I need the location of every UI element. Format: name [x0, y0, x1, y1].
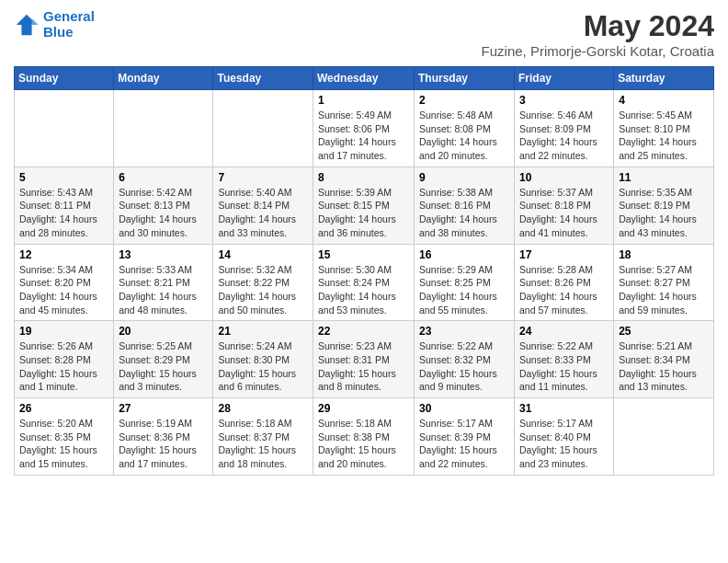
day-number: 11 [619, 171, 709, 184]
day-number: 3 [519, 94, 609, 107]
calendar-cell: 20Sunrise: 5:25 AMSunset: 8:29 PMDayligh… [114, 321, 213, 398]
day-info: Sunrise: 5:42 AMSunset: 8:13 PMDaylight:… [119, 186, 208, 240]
calendar-header-row: SundayMondayTuesdayWednesdayThursdayFrid… [15, 67, 714, 90]
weekday-header-tuesday: Tuesday [213, 67, 313, 90]
day-info: Sunrise: 5:29 AMSunset: 8:25 PMDaylight:… [419, 263, 509, 317]
day-number: 24 [519, 325, 609, 338]
calendar-week-row: 19Sunrise: 5:26 AMSunset: 8:28 PMDayligh… [15, 321, 714, 398]
calendar-cell: 15Sunrise: 5:30 AMSunset: 8:24 PMDayligh… [313, 244, 415, 321]
day-number: 23 [419, 325, 509, 338]
calendar-cell: 14Sunrise: 5:32 AMSunset: 8:22 PMDayligh… [213, 244, 313, 321]
day-info: Sunrise: 5:26 AMSunset: 8:28 PMDaylight:… [19, 339, 108, 394]
day-info: Sunrise: 5:34 AMSunset: 8:20 PMDaylight:… [19, 263, 108, 317]
day-info: Sunrise: 5:24 AMSunset: 8:30 PMDaylight:… [218, 339, 308, 394]
calendar-cell: 16Sunrise: 5:29 AMSunset: 8:25 PMDayligh… [415, 244, 515, 321]
calendar-week-row: 1Sunrise: 5:49 AMSunset: 8:06 PMDaylight… [15, 90, 714, 167]
location: Fuzine, Primorje-Gorski Kotar, Croatia [482, 43, 714, 59]
weekday-header-sunday: Sunday [15, 67, 114, 90]
calendar-cell: 10Sunrise: 5:37 AMSunset: 8:18 PMDayligh… [515, 167, 614, 244]
day-number: 9 [419, 171, 509, 184]
svg-marker-1 [32, 18, 39, 25]
logo-text: General Blue [43, 9, 95, 40]
day-number: 4 [619, 94, 709, 107]
calendar-cell: 5Sunrise: 5:43 AMSunset: 8:11 PMDaylight… [15, 167, 114, 244]
day-info: Sunrise: 5:28 AMSunset: 8:26 PMDaylight:… [519, 263, 609, 317]
day-info: Sunrise: 5:49 AMSunset: 8:06 PMDaylight:… [318, 109, 409, 163]
day-number: 29 [318, 402, 409, 415]
day-number: 8 [318, 171, 409, 184]
title-block: May 2024 Fuzine, Primorje-Gorski Kotar, … [482, 9, 714, 59]
day-number: 6 [119, 171, 208, 184]
day-number: 19 [19, 325, 108, 338]
day-info: Sunrise: 5:39 AMSunset: 8:15 PMDaylight:… [318, 186, 409, 240]
day-info: Sunrise: 5:43 AMSunset: 8:11 PMDaylight:… [19, 186, 108, 240]
weekday-header-thursday: Thursday [415, 67, 515, 90]
calendar-cell: 25Sunrise: 5:21 AMSunset: 8:34 PMDayligh… [614, 321, 714, 398]
calendar-cell: 17Sunrise: 5:28 AMSunset: 8:26 PMDayligh… [515, 244, 614, 321]
calendar-week-row: 12Sunrise: 5:34 AMSunset: 8:20 PMDayligh… [15, 244, 714, 321]
calendar-cell: 12Sunrise: 5:34 AMSunset: 8:20 PMDayligh… [15, 244, 114, 321]
calendar-cell: 27Sunrise: 5:19 AMSunset: 8:36 PMDayligh… [114, 398, 213, 476]
weekday-header-wednesday: Wednesday [313, 67, 415, 90]
calendar-cell: 30Sunrise: 5:17 AMSunset: 8:39 PMDayligh… [415, 398, 515, 476]
calendar-cell: 18Sunrise: 5:27 AMSunset: 8:27 PMDayligh… [614, 244, 714, 321]
logo-icon [14, 12, 40, 38]
day-info: Sunrise: 5:48 AMSunset: 8:08 PMDaylight:… [419, 109, 509, 163]
calendar-cell: 26Sunrise: 5:20 AMSunset: 8:35 PMDayligh… [15, 398, 114, 476]
day-info: Sunrise: 5:18 AMSunset: 8:38 PMDaylight:… [318, 417, 409, 471]
day-number: 7 [218, 171, 308, 184]
day-number: 10 [519, 171, 609, 184]
day-info: Sunrise: 5:45 AMSunset: 8:10 PMDaylight:… [619, 109, 709, 163]
day-info: Sunrise: 5:46 AMSunset: 8:09 PMDaylight:… [519, 109, 609, 163]
day-number: 27 [119, 402, 208, 415]
calendar-cell: 11Sunrise: 5:35 AMSunset: 8:19 PMDayligh… [614, 167, 714, 244]
day-number: 12 [19, 248, 108, 261]
day-number: 26 [19, 402, 108, 415]
weekday-header-monday: Monday [114, 67, 213, 90]
weekday-header-friday: Friday [515, 67, 614, 90]
day-info: Sunrise: 5:37 AMSunset: 8:18 PMDaylight:… [519, 186, 609, 240]
day-number: 1 [318, 94, 409, 107]
calendar-cell: 7Sunrise: 5:40 AMSunset: 8:14 PMDaylight… [213, 167, 313, 244]
calendar-cell: 21Sunrise: 5:24 AMSunset: 8:30 PMDayligh… [213, 321, 313, 398]
day-number: 5 [19, 171, 108, 184]
calendar-cell [213, 90, 313, 167]
day-info: Sunrise: 5:21 AMSunset: 8:34 PMDaylight:… [619, 339, 709, 394]
day-info: Sunrise: 5:35 AMSunset: 8:19 PMDaylight:… [619, 186, 709, 240]
day-info: Sunrise: 5:30 AMSunset: 8:24 PMDaylight:… [318, 263, 409, 317]
day-number: 16 [419, 248, 509, 261]
calendar-cell: 3Sunrise: 5:46 AMSunset: 8:09 PMDaylight… [515, 90, 614, 167]
day-number: 25 [619, 325, 709, 338]
day-number: 17 [519, 248, 609, 261]
calendar-week-row: 26Sunrise: 5:20 AMSunset: 8:35 PMDayligh… [15, 398, 714, 476]
calendar-cell: 6Sunrise: 5:42 AMSunset: 8:13 PMDaylight… [114, 167, 213, 244]
calendar-week-row: 5Sunrise: 5:43 AMSunset: 8:11 PMDaylight… [15, 167, 714, 244]
day-info: Sunrise: 5:33 AMSunset: 8:21 PMDaylight:… [119, 263, 208, 317]
day-number: 22 [318, 325, 409, 338]
calendar-table: SundayMondayTuesdayWednesdayThursdayFrid… [14, 66, 714, 476]
day-info: Sunrise: 5:38 AMSunset: 8:16 PMDaylight:… [419, 186, 509, 240]
logo: General Blue [14, 9, 95, 40]
day-info: Sunrise: 5:23 AMSunset: 8:31 PMDaylight:… [318, 339, 409, 394]
day-number: 18 [619, 248, 709, 261]
day-info: Sunrise: 5:20 AMSunset: 8:35 PMDaylight:… [19, 417, 108, 471]
day-info: Sunrise: 5:19 AMSunset: 8:36 PMDaylight:… [119, 417, 208, 471]
calendar-cell: 8Sunrise: 5:39 AMSunset: 8:15 PMDaylight… [313, 167, 415, 244]
calendar-cell: 13Sunrise: 5:33 AMSunset: 8:21 PMDayligh… [114, 244, 213, 321]
calendar-cell [114, 90, 213, 167]
calendar-cell: 31Sunrise: 5:17 AMSunset: 8:40 PMDayligh… [515, 398, 614, 476]
day-number: 20 [119, 325, 208, 338]
calendar-cell: 4Sunrise: 5:45 AMSunset: 8:10 PMDaylight… [614, 90, 714, 167]
day-info: Sunrise: 5:25 AMSunset: 8:29 PMDaylight:… [119, 339, 208, 394]
calendar-cell: 23Sunrise: 5:22 AMSunset: 8:32 PMDayligh… [415, 321, 515, 398]
day-info: Sunrise: 5:22 AMSunset: 8:33 PMDaylight:… [519, 339, 609, 394]
calendar-cell: 1Sunrise: 5:49 AMSunset: 8:06 PMDaylight… [313, 90, 415, 167]
day-number: 2 [419, 94, 509, 107]
calendar-cell: 9Sunrise: 5:38 AMSunset: 8:16 PMDaylight… [415, 167, 515, 244]
day-info: Sunrise: 5:17 AMSunset: 8:40 PMDaylight:… [519, 417, 609, 471]
day-number: 30 [419, 402, 509, 415]
calendar-cell: 28Sunrise: 5:18 AMSunset: 8:37 PMDayligh… [213, 398, 313, 476]
weekday-header-saturday: Saturday [614, 67, 714, 90]
calendar-cell [614, 398, 714, 476]
day-info: Sunrise: 5:18 AMSunset: 8:37 PMDaylight:… [218, 417, 308, 471]
